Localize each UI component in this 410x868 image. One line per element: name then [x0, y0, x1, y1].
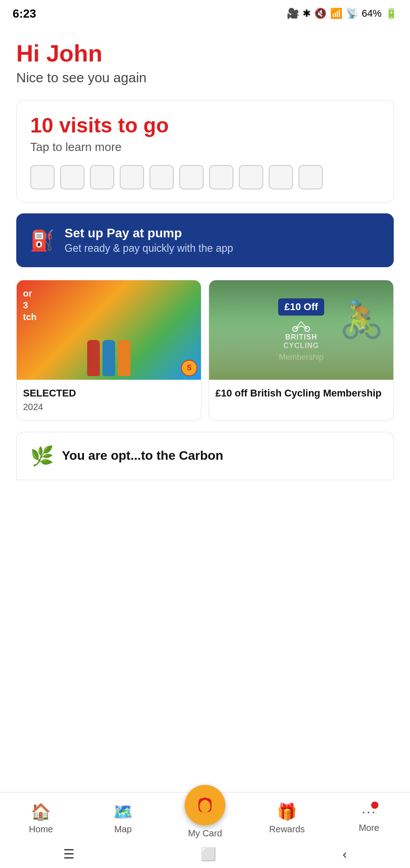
greeting-subtitle: Nice to see you again: [16, 70, 394, 85]
bottle-blue: [102, 340, 115, 376]
android-back-icon[interactable]: ‹: [343, 847, 347, 862]
rewards-icon: 🎁: [277, 802, 297, 821]
bottle-red: [87, 340, 100, 376]
visit-box: [179, 165, 204, 189]
notification-badge: [371, 802, 378, 809]
visit-box: [209, 165, 233, 189]
drinks-promo-title: SELECTED: [23, 387, 195, 400]
android-home-icon[interactable]: ⬜: [200, 847, 216, 862]
nav-more-label: More: [359, 823, 379, 833]
home-icon: 🏠: [31, 802, 51, 821]
visits-count: 10 visits to go: [30, 113, 380, 137]
android-menu-icon[interactable]: ☰: [63, 847, 75, 862]
svg-point-5: [200, 800, 210, 812]
pump-subtitle: Get ready & pay quickly with the app: [65, 242, 233, 255]
cycling-discount-badge: £10 Off: [278, 298, 325, 316]
drinks-promo-image: or3tch S: [17, 280, 201, 380]
pump-banner[interactable]: ⛽ Set up Pay at pump Get ready & pay qui…: [16, 213, 394, 267]
greeting-name: Hi John: [16, 41, 394, 66]
carbon-section[interactable]: 🌿 You are opt...to the Carbon: [16, 432, 394, 480]
pump-text: Set up Pay at pump Get ready & pay quick…: [65, 226, 233, 255]
drinks-label: or3tch: [23, 288, 37, 323]
nav-mycard-label: My Card: [188, 828, 222, 839]
cycling-promo-title: £10 off British Cycling Membership: [215, 387, 387, 400]
nav-items: 🏠 Home 🗺️ Map My Card 🎁 Rewards: [0, 793, 410, 842]
battery-text: 64%: [362, 8, 382, 19]
cycling-promo-body: £10 off British Cycling Membership: [209, 380, 393, 408]
status-bar: 6:23 🎥 ✱ 🔇 📶 📡 64% 🔋: [0, 0, 410, 27]
drinks-bottles: [87, 340, 130, 376]
more-badge: ···: [362, 803, 377, 820]
shell-logo-icon: [194, 794, 216, 816]
cycling-bg: 🚴 £10 Off BRITISHCYCLING Membership: [209, 280, 393, 380]
visit-box: [60, 165, 84, 189]
mute-icon: 🔇: [314, 8, 326, 19]
carbon-icon: 🌿: [30, 445, 54, 467]
mycard-button[interactable]: [185, 785, 225, 826]
bottle-orange: [118, 340, 130, 376]
nav-mycard[interactable]: My Card: [164, 798, 246, 839]
drinks-promo-detail: 2024: [23, 402, 195, 412]
visit-box: [149, 165, 174, 189]
visits-card[interactable]: 10 visits to go Tap to learn more: [16, 100, 394, 203]
wifi-icon: 📶: [330, 8, 342, 19]
signal-icon: 📡: [346, 8, 358, 19]
nav-rewards[interactable]: 🎁 Rewards: [246, 802, 328, 835]
video-icon: 🎥: [287, 8, 299, 19]
visit-box: [30, 165, 55, 189]
drinks-promo-card[interactable]: or3tch S SELECTED 2024: [16, 280, 201, 421]
nav-home-label: Home: [29, 824, 53, 835]
drinks-bg: or3tch S: [17, 280, 201, 380]
drinks-promo-body: SELECTED 2024: [17, 380, 201, 420]
bottom-navigation: 🏠 Home 🗺️ Map My Card 🎁 Rewards: [0, 792, 410, 868]
svg-text:S: S: [187, 364, 192, 372]
visit-box: [90, 165, 114, 189]
status-icons: 🎥 ✱ 🔇 📶 📡 64% 🔋: [287, 8, 397, 19]
pump-title: Set up Pay at pump: [65, 226, 233, 241]
shell-logo-small: S: [181, 360, 197, 376]
carbon-text: You are opt...to the Carbon: [62, 448, 223, 463]
battery-icon: 🔋: [385, 8, 397, 19]
cycling-promo-image: 🚴 £10 Off BRITISHCYCLING Membership: [209, 280, 393, 380]
promos-row: or3tch S SELECTED 2024: [0, 280, 410, 421]
visit-box: [298, 165, 323, 189]
android-nav-bar: ☰ ⬜ ‹: [0, 842, 410, 868]
bluetooth-icon: ✱: [303, 8, 311, 19]
visits-boxes: [30, 165, 380, 189]
pump-icon: ⛽: [30, 229, 55, 252]
nav-map-label: Map: [114, 824, 132, 835]
status-time: 6:23: [13, 7, 36, 21]
visit-box: [269, 165, 293, 189]
nav-map[interactable]: 🗺️ Map: [82, 802, 164, 835]
cycling-promo-card[interactable]: 🚴 £10 Off BRITISHCYCLING Membership: [209, 280, 394, 421]
nav-home[interactable]: 🏠 Home: [0, 802, 82, 835]
map-icon: 🗺️: [113, 802, 133, 821]
visit-box: [120, 165, 144, 189]
nav-more[interactable]: ··· More: [328, 803, 410, 833]
nav-rewards-label: Rewards: [269, 824, 305, 835]
visit-box: [239, 165, 263, 189]
main-content: Hi John Nice to see you again 10 visits …: [0, 27, 410, 480]
visits-sub: Tap to learn more: [30, 140, 380, 154]
